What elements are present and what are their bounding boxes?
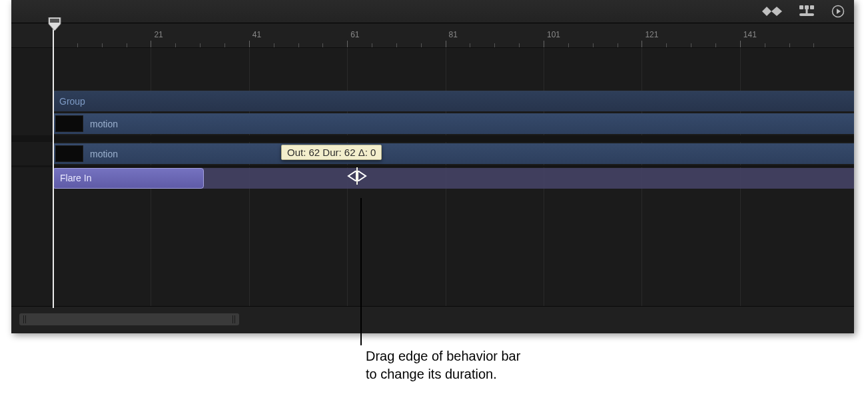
keyframe-view-icon[interactable] <box>762 7 782 16</box>
svg-rect-4 <box>810 5 814 9</box>
timeline-toolbar <box>11 0 854 23</box>
ruler-tick-label: 61 <box>350 30 359 39</box>
svg-rect-2 <box>799 5 803 9</box>
svg-rect-9 <box>50 19 59 23</box>
ruler-tick-label: 121 <box>645 30 658 39</box>
clip-track-label: motion <box>90 119 118 129</box>
clip-thumbnail <box>55 145 83 162</box>
behavior-bar[interactable]: Flare In <box>53 168 204 189</box>
group-track[interactable]: Group <box>53 91 854 111</box>
ruler-tick-label: 101 <box>547 30 560 39</box>
ruler-tick-label: 21 <box>154 30 163 39</box>
clip-thumbnail <box>55 115 83 132</box>
svg-marker-8 <box>837 9 841 14</box>
mini-timeline-play-icon[interactable] <box>831 5 845 18</box>
behavior-bar-label: Flare In <box>60 173 91 183</box>
svg-rect-6 <box>806 9 808 14</box>
timeline-view-options-icon[interactable] <box>799 5 814 17</box>
svg-marker-0 <box>762 7 771 16</box>
annotation-text: Drag edge of behavior bar to change its … <box>366 347 520 383</box>
clip-track-1[interactable]: motion <box>53 113 854 134</box>
clip-track-2[interactable]: motion <box>53 143 854 164</box>
ruler-tick-label: 81 <box>449 30 458 39</box>
horizontal-scroll-track[interactable] <box>19 313 846 325</box>
clip-track-label: motion <box>90 149 118 159</box>
horizontal-scroll-thumb[interactable] <box>19 313 239 325</box>
timeline-window: 21416181101121141 Group <box>11 0 854 333</box>
ruler-tick-label: 141 <box>743 30 757 39</box>
group-track-label: Group <box>59 96 85 107</box>
playhead[interactable] <box>53 17 54 308</box>
svg-marker-1 <box>771 7 782 16</box>
tracks-area: Group motion motion <box>11 48 854 308</box>
trim-tooltip: Out: 62 Dur: 62 Δ: 0 <box>281 145 382 160</box>
timeline-footer <box>11 306 854 333</box>
playhead-marker-icon[interactable] <box>47 17 62 31</box>
time-ruler[interactable]: 21416181101121141 <box>11 23 854 48</box>
ruler-tick-label: 41 <box>252 30 261 39</box>
annotation-leader-line <box>360 198 362 345</box>
